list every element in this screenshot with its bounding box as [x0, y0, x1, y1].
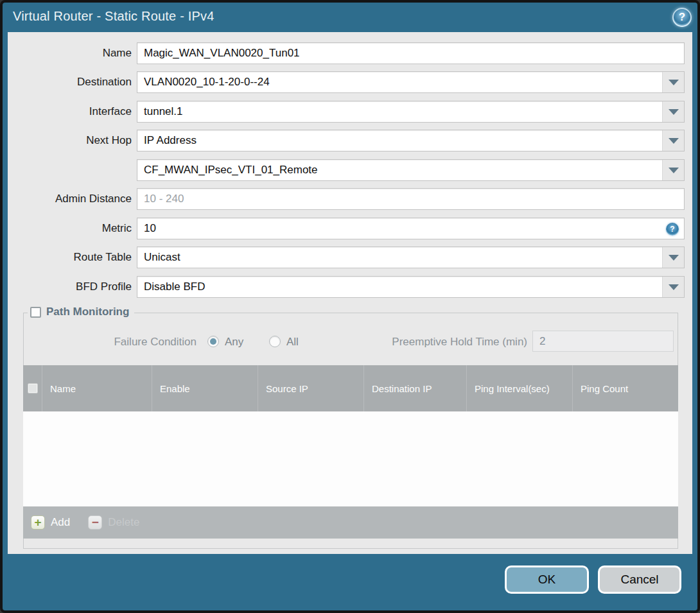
next-hop-row: Next Hop — [8, 130, 692, 151]
metric-help-icon[interactable]: ? — [666, 223, 679, 236]
chevron-down-icon — [669, 168, 679, 173]
failure-condition-any-label: Any — [225, 331, 243, 352]
admin-distance-input[interactable] — [137, 189, 684, 209]
destination-label: Destination — [8, 71, 132, 93]
interface-row: Interface — [8, 101, 692, 123]
bfd-profile-dropdown-button[interactable] — [662, 277, 684, 297]
interface-dropdown-button[interactable] — [662, 101, 684, 122]
preemptive-hold-time-input — [532, 331, 674, 352]
chevron-down-icon — [669, 284, 679, 290]
name-input[interactable] — [137, 43, 684, 64]
plus-icon: + — [31, 515, 45, 530]
next-hop-address-dropdown-button[interactable] — [662, 160, 684, 180]
chevron-down-icon — [669, 138, 679, 144]
column-header-destination-ip: Destination IP — [364, 365, 467, 411]
failure-condition-all-radio — [269, 336, 281, 347]
next-hop-dropdown-button[interactable] — [662, 130, 684, 151]
route-table-row: Route Table — [8, 246, 692, 268]
next-hop-address-field — [137, 159, 685, 181]
table-body-empty — [23, 411, 678, 506]
name-label: Name — [8, 42, 132, 64]
add-button-label: Add — [51, 516, 70, 529]
next-hop-address-row — [8, 159, 692, 181]
column-header-ping-count: Ping Count — [573, 365, 678, 411]
name-row: Name — [8, 42, 692, 64]
minus-icon: − — [88, 515, 102, 530]
bfd-profile-input[interactable] — [137, 277, 662, 297]
static-route-dialog: Virtual Router - Static Route - IPv4 ? N… — [3, 3, 697, 610]
route-table-field — [137, 246, 685, 268]
destination-input[interactable] — [137, 72, 662, 92]
name-field — [137, 42, 685, 64]
path-monitoring-table: Name Enable Source IP Destination IP Pin… — [23, 365, 678, 539]
ok-button[interactable]: OK — [505, 566, 589, 594]
metric-label: Metric — [8, 218, 132, 239]
delete-button: − Delete — [88, 515, 139, 530]
route-table-dropdown-button[interactable] — [662, 247, 684, 268]
route-table-label: Route Table — [8, 246, 132, 268]
admin-distance-label: Admin Distance — [8, 188, 132, 210]
table-header-row: Name Enable Source IP Destination IP Pin… — [23, 365, 678, 411]
admin-distance-field — [137, 188, 685, 210]
interface-field — [137, 101, 685, 123]
metric-row: Metric ? — [8, 218, 692, 239]
dialog-title: Virtual Router - Static Route - IPv4 — [13, 9, 214, 24]
column-header-enable: Enable — [152, 365, 258, 411]
help-icon[interactable]: ? — [672, 8, 692, 27]
bfd-profile-field — [137, 276, 685, 298]
dialog-titlebar: Virtual Router - Static Route - IPv4 ? — [3, 3, 697, 32]
metric-input[interactable] — [137, 218, 684, 239]
path-monitoring-fieldset: Path Monitoring Failure Condition Any Al… — [23, 313, 678, 549]
route-table-input[interactable] — [137, 247, 662, 268]
bfd-profile-label: BFD Profile — [8, 276, 132, 298]
path-monitoring-legend: Path Monitoring — [28, 306, 134, 318]
dialog-body: Name Destination Interface — [8, 32, 692, 554]
column-header-source-ip: Source IP — [258, 365, 364, 411]
interface-input[interactable] — [137, 101, 662, 122]
admin-distance-row: Admin Distance — [8, 188, 692, 210]
bfd-profile-row: BFD Profile — [8, 276, 692, 298]
next-hop-field — [137, 130, 685, 151]
delete-button-label: Delete — [108, 516, 139, 529]
select-all-checkbox — [28, 383, 38, 393]
next-hop-type-input[interactable] — [137, 130, 662, 151]
screenshot-root: Virtual Router - Static Route - IPv4 ? N… — [0, 0, 700, 613]
column-header-name: Name — [42, 365, 152, 411]
destination-dropdown-button[interactable] — [662, 72, 684, 92]
next-hop-label: Next Hop — [8, 130, 132, 151]
add-button[interactable]: + Add — [31, 515, 70, 530]
failure-condition-any-radio — [207, 336, 219, 347]
failure-condition-label: Failure Condition — [24, 331, 197, 352]
interface-label: Interface — [8, 101, 132, 123]
path-monitoring-title: Path Monitoring — [46, 306, 129, 318]
destination-row: Destination — [8, 71, 692, 93]
cancel-button[interactable]: Cancel — [598, 566, 681, 594]
chevron-down-icon — [669, 255, 679, 261]
failure-condition-all-label: All — [286, 331, 299, 352]
chevron-down-icon — [669, 80, 679, 85]
metric-field: ? — [137, 218, 685, 239]
table-header-checkbox-cell — [23, 365, 42, 411]
chevron-down-icon — [669, 109, 679, 115]
destination-field — [137, 71, 685, 93]
column-header-ping-interval: Ping Interval(sec) — [467, 365, 573, 411]
preemptive-hold-time-label: Preemptive Hold Time (min) — [300, 331, 527, 352]
table-toolbar: + Add − Delete — [23, 506, 678, 539]
path-monitoring-checkbox[interactable] — [30, 307, 41, 318]
next-hop-address-input[interactable] — [137, 160, 662, 180]
